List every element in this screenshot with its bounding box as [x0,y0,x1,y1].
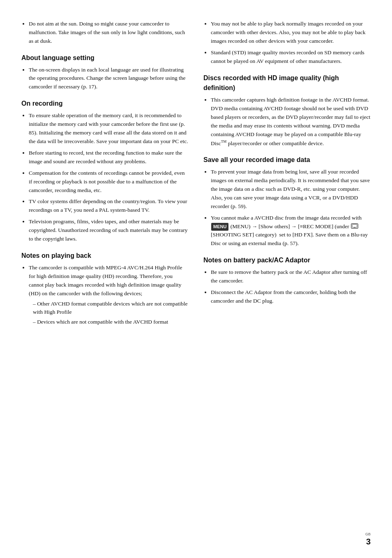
section-title-battery-pack: Notes on battery pack/AC Adaptor [203,255,371,266]
about-language-bullet-0: The on-screen displays in each local lan… [29,66,189,92]
section-notes-playing-back: Notes on playing back The camcorder is c… [21,251,189,326]
section-on-recording: On recording To ensure stable operation … [21,99,189,243]
section-playback-continued: You may not be able to play back normall… [203,20,371,66]
section-title-save-recorded: Save all your recorded image data [203,155,371,165]
on-recording-bullets: To ensure stable operation of the memory… [21,111,189,243]
discs-hd-bullet-0: This camcorder captures high definition … [211,96,371,148]
page-number-block: GB 3 [365,532,371,546]
left-column: Do not aim at the sun. Doing so might ca… [21,20,189,533]
page-container: Do not aim at the sun. Doing so might ca… [0,0,392,558]
on-recording-bullet-2: Compensation for the contents of recordi… [29,169,189,195]
playback-continued-bullets: You may not be able to play back normall… [203,20,371,66]
on-recording-bullet-3: TV color systems differ depending on the… [29,197,189,215]
svg-rect-1 [352,225,357,227]
arrow-icon: → [252,223,257,229]
save-recorded-bullet-1: You cannot make a AVCHD disc from the im… [211,214,371,248]
section-about-language: About language setting The on-screen dis… [21,53,189,92]
intro-bullets: Do not aim at the sun. Doing so might ca… [21,20,189,46]
gb-label: GB [365,532,371,537]
menu-badge: MENU [211,223,228,231]
section-battery-pack: Notes on battery pack/AC Adaptor Be sure… [203,255,371,305]
rec-mode-icon: ≡ [300,223,303,229]
battery-pack-bullet-1: Disconnect the AC Adaptor from the camco… [211,288,371,306]
about-language-bullets: The on-screen displays in each local lan… [21,66,189,92]
section-title-discs-hd: Discs recorded with HD image quality (hi… [203,73,371,94]
battery-pack-bullet-0: Be sure to remove the battery pack or th… [211,268,371,285]
playback-continued-bullet-0: You may not be able to play back normall… [211,20,371,46]
on-recording-bullet-0: To ensure stable operation of the memory… [29,111,189,146]
sub-bullet-1: Devices which are not compatible with th… [33,318,189,326]
playback-continued-bullet-1: Standard (STD) image quality movies reco… [211,49,371,66]
section-save-recorded: Save all your recorded image data To pre… [203,155,371,248]
save-recorded-bullet-0: To prevent your image data from being lo… [211,168,371,211]
section-title-about-language: About language setting [21,53,189,63]
notes-playing-back-sub-bullets: Other AVCHD format compatible devices wh… [29,300,189,327]
section-discs-hd: Discs recorded with HD image quality (hi… [203,73,371,148]
discs-hd-bullets: This camcorder captures high definition … [203,96,371,148]
right-column: You may not be able to play back normall… [203,20,371,533]
shooting-set-icon [351,223,358,229]
save-recorded-bullets: To prevent your image data from being lo… [203,168,371,248]
battery-pack-bullets: Be sure to remove the battery pack or th… [203,268,371,306]
on-recording-bullet-4: Television programs, films, video tapes,… [29,218,189,243]
intro-bullet-item: Do not aim at the sun. Doing so might ca… [29,20,189,46]
page-number: 3 [366,537,371,546]
sub-bullet-0: Other AVCHD format compatible devices wh… [33,300,189,317]
on-recording-bullet-1: Before starting to record, test the reco… [29,149,189,166]
section-title-notes-playing-back: Notes on playing back [21,251,189,261]
arrow-icon-2: → [291,223,297,229]
notes-playing-back-bullets: The camcorder is compatible with MPEG-4 … [21,264,189,326]
notes-playing-back-bullet-0: The camcorder is compatible with MPEG-4 … [29,264,189,326]
section-title-on-recording: On recording [21,99,189,109]
